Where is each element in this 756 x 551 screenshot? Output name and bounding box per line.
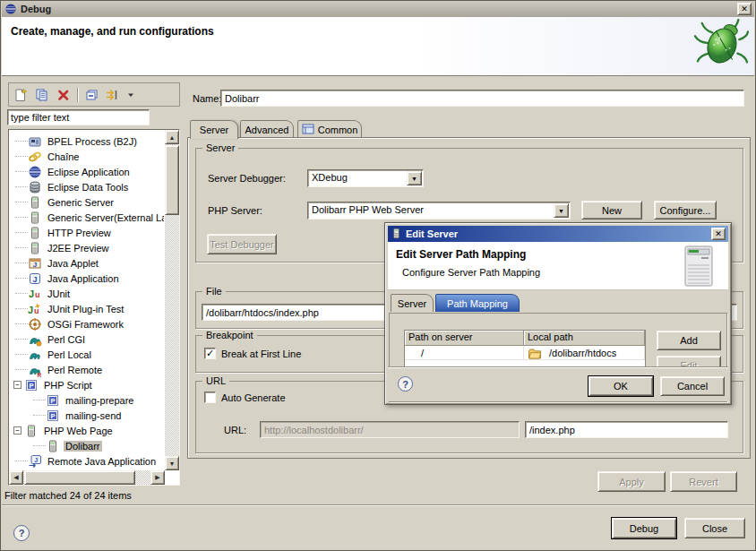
tree-item-generic-server-external-la[interactable]: Generic Server(External La [10, 210, 164, 225]
tree-item-junit-plug-in-test[interactable]: JuJUnit Plug-in Test [10, 301, 164, 316]
cancel-button[interactable]: Cancel [660, 376, 725, 396]
revert-button[interactable]: Revert [670, 471, 737, 492]
footer-separator [2, 504, 754, 506]
auto-generate-checkbox[interactable] [204, 392, 216, 403]
dialog-heading: Edit Server Path Mapping [396, 248, 526, 261]
column-path-on-server[interactable]: Path on server [405, 331, 524, 346]
perl-remote-icon: R [28, 363, 42, 377]
php-icon: P [46, 393, 60, 408]
tree-item-java-application[interactable]: JJava Application [10, 271, 164, 286]
close-button[interactable]: Close [684, 518, 745, 538]
name-input[interactable] [220, 90, 744, 107]
php-icon: P [46, 409, 60, 423]
php-server-select[interactable]: Dolibarr PHP Web Server ▼ [307, 202, 571, 220]
perl-icon [28, 348, 42, 362]
file-group-label: File [202, 286, 226, 297]
apply-button[interactable]: Apply [597, 471, 666, 492]
php-web-icon [46, 439, 60, 453]
window-close-button[interactable]: ✕ [737, 3, 752, 15]
server-debugger-select[interactable]: XDebug ▼ [307, 169, 424, 187]
tree-item-cha-ne[interactable]: Chaîne [10, 149, 164, 164]
tree-hscrollbar[interactable]: ◀ ▶ [9, 470, 165, 485]
common-tab-icon [302, 124, 314, 136]
tree-item-bpel-process-b2j-[interactable]: BPEL Process (B2J) [10, 133, 164, 149]
tree-item-perl-remote[interactable]: RPerl Remote [10, 362, 164, 377]
tree-item-junit[interactable]: JuJUnit [10, 286, 164, 301]
vscroll-thumb[interactable] [165, 145, 179, 215]
bpel-icon [28, 134, 42, 149]
add-mapping-button[interactable]: Add [657, 331, 721, 350]
break-first-line-checkbox[interactable]: ✓ [204, 348, 216, 359]
tree-item-http-preview[interactable]: HTTP Preview [10, 225, 164, 240]
edit-server-dialog: Edit Server ✕ Edit Server Path Mapping C… [384, 222, 732, 405]
tree-item-generic-server[interactable]: Generic Server [10, 194, 164, 210]
eclipse-icon [28, 165, 42, 179]
tree-guide [15, 339, 28, 340]
tree-item-eclipse-data-tools[interactable]: Eclipse Data Tools [10, 179, 164, 194]
tree-item-java-applet[interactable]: JJava Applet [10, 255, 164, 271]
name-label: Name: [193, 93, 221, 104]
tree-item-perl-cgi[interactable]: Perl CGI [10, 331, 164, 347]
new-server-button[interactable]: New [581, 201, 642, 220]
tree-guide [15, 263, 28, 263]
dialog-titlebar[interactable]: Edit Server ✕ [388, 226, 728, 242]
tree-item-j2ee-preview[interactable]: J2EE Preview [10, 240, 164, 255]
mapping-row[interactable]: //dolibarr/htdocs [405, 346, 645, 360]
help-icon[interactable]: ? [13, 525, 30, 541]
tree-item-mailing-prepare[interactable]: Pmailing-prepare [10, 392, 164, 408]
tree-vscrollbar[interactable]: ▲ ▼ [165, 130, 179, 470]
tree-guide [15, 217, 28, 218]
window-titlebar[interactable]: Debug ✕ [2, 1, 754, 17]
tab-common[interactable]: Common [297, 120, 362, 138]
filter-input[interactable] [7, 109, 150, 125]
menu-dropdown-icon[interactable] [126, 87, 135, 103]
dialog-help-icon[interactable]: ? [398, 376, 413, 392]
new-config-icon[interactable] [13, 87, 29, 103]
debug-button[interactable]: Debug [612, 518, 676, 538]
config-toolbar [8, 82, 180, 107]
scroll-right-icon[interactable]: ▶ [150, 470, 165, 485]
tree-item-eclipse-application[interactable]: Eclipse Application [10, 164, 164, 179]
configure-server-button[interactable]: Configure... [654, 201, 717, 220]
dialog-button-bar: ? OK Cancel [388, 366, 728, 401]
local-path-text: /dolibarr/htdocs [549, 348, 616, 358]
chevron-down-icon[interactable]: ▼ [407, 171, 422, 185]
tree-item-label: Chaîne [46, 151, 81, 162]
tree-item-mailing-send[interactable]: Pmailing-send [10, 408, 164, 423]
tree-item-dolibarr[interactable]: Dolibarr [10, 438, 164, 453]
tab-advanced[interactable]: Advanced [240, 120, 294, 138]
ok-button[interactable]: OK [588, 376, 653, 396]
collapse-all-icon[interactable] [83, 87, 99, 103]
url-path-input[interactable] [525, 421, 728, 438]
svg-text:J: J [34, 456, 38, 462]
java-app-icon: J [28, 271, 42, 286]
column-local-path[interactable]: Local path [524, 331, 645, 346]
dialog-tab-path-mapping[interactable]: Path Mapping [435, 294, 520, 312]
dialog-close-button[interactable]: ✕ [711, 228, 726, 240]
hscroll-thumb[interactable] [24, 470, 135, 485]
tree-item-label: Remote Java Application [46, 456, 158, 467]
tree-item-perl-local[interactable]: Perl Local [10, 347, 164, 362]
tree-item-remote-java-application[interactable]: JRemote Java Application [10, 453, 164, 469]
tab-server[interactable]: Server [190, 120, 238, 139]
collapse-expander-icon[interactable]: − [13, 426, 21, 435]
tree-item-osgi-framework[interactable]: OSGi Framework [10, 316, 164, 331]
tree-guide [15, 308, 28, 309]
tree-item-php-web-page[interactable]: −PHP Web Page [10, 423, 164, 438]
chevron-down-icon[interactable]: ▼ [554, 203, 569, 218]
scroll-down-icon[interactable]: ▼ [165, 456, 179, 470]
tree-item-label: Generic Server [46, 197, 116, 208]
collapse-expander-icon[interactable]: − [13, 381, 21, 389]
tree-item-php-script[interactable]: −PPHP Script [10, 377, 164, 392]
url-label: URL: [224, 425, 246, 435]
scroll-up-icon[interactable]: ▲ [165, 130, 179, 144]
scroll-left-icon[interactable]: ◀ [9, 470, 23, 485]
filter-options-icon[interactable] [105, 87, 121, 103]
dialog-tab-server[interactable]: Server [391, 294, 434, 312]
delete-config-icon[interactable] [56, 87, 72, 103]
filter-status: Filter matched 24 of 24 items [4, 490, 132, 501]
test-debugger-button[interactable]: Test Debugger [207, 234, 277, 254]
duplicate-config-icon[interactable] [34, 87, 50, 103]
svg-text:J: J [29, 288, 34, 299]
server-tower-icon [683, 245, 714, 288]
